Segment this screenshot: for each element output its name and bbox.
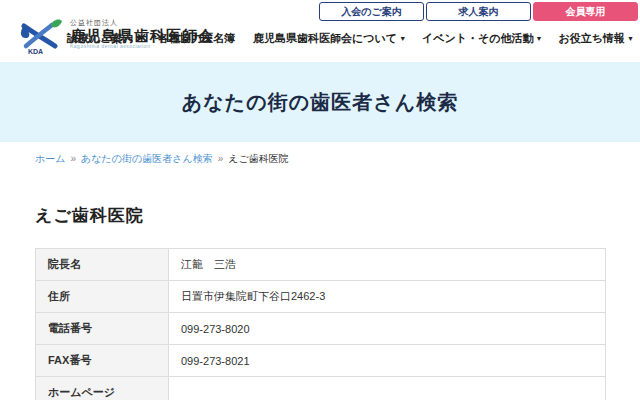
table-row-director: 院長名 江籠 三浩 bbox=[36, 249, 606, 281]
job-info-button[interactable]: 求人案内 bbox=[426, 2, 531, 21]
nav-item-cooperating-doctors[interactable]: 各種協力医名簿 bbox=[158, 31, 237, 46]
fax-value: 099-273-8021 bbox=[169, 345, 606, 377]
breadcrumb-separator: » bbox=[70, 153, 76, 164]
address-value: 日置市伊集院町下谷口2462-3 bbox=[169, 281, 606, 313]
chevron-down-icon: ▼ bbox=[536, 35, 543, 42]
site-header: KDA 公益社団法人 鹿児島県歯科医師会 Kagoshima dental as… bbox=[0, 0, 640, 62]
phone-value: 099-273-8020 bbox=[169, 313, 606, 345]
nav-item-about-association[interactable]: 鹿児島県歯科医師会について▼ bbox=[253, 31, 406, 46]
page-title: えご歯科医院 bbox=[35, 204, 640, 227]
clinic-info-table: 院長名 江籠 三浩 住所 日置市伊集院町下谷口2462-3 電話番号 099-2… bbox=[35, 248, 606, 400]
chevron-down-icon: ▼ bbox=[627, 35, 634, 42]
table-row-homepage: ホームページ bbox=[36, 377, 606, 400]
members-only-button[interactable]: 会員専用 bbox=[533, 2, 638, 21]
nav-item-useful-info[interactable]: お役立ち情報▼ bbox=[559, 31, 634, 46]
row-label: 院長名 bbox=[36, 249, 169, 281]
hero-title: あなたの街の歯医者さん検索 bbox=[182, 89, 458, 116]
director-name-value: 江籠 三浩 bbox=[169, 249, 606, 281]
nav-item-events[interactable]: イベント・その他活動▼ bbox=[422, 31, 542, 46]
row-label: 電話番号 bbox=[36, 313, 169, 345]
breadcrumb-current: えご歯科医院 bbox=[228, 153, 288, 164]
homepage-value bbox=[169, 377, 606, 400]
breadcrumb-separator: » bbox=[218, 153, 224, 164]
hero-banner: あなたの街の歯医者さん検索 bbox=[0, 62, 640, 142]
table-row-address: 住所 日置市伊集院町下谷口2462-3 bbox=[36, 281, 606, 313]
header-top-buttons: 入会のご案内 求人案内 会員専用 bbox=[319, 2, 638, 21]
row-label: FAX番号 bbox=[36, 345, 169, 377]
chevron-down-icon: ▼ bbox=[135, 35, 142, 42]
table-row-fax: FAX番号 099-273-8021 bbox=[36, 345, 606, 377]
breadcrumb: ホーム»あなたの街の歯医者さん検索»えご歯科医院 bbox=[35, 152, 640, 166]
breadcrumb-search-link[interactable]: あなたの街の歯医者さん検索 bbox=[81, 153, 213, 164]
org-type: 公益社団法人 bbox=[70, 19, 214, 27]
main-nav: 診療のご案内▼ 各種協力医名簿 鹿児島県歯科医師会について▼ イベント・その他活… bbox=[67, 31, 634, 46]
chevron-down-icon: ▼ bbox=[399, 35, 406, 42]
nav-item-medical-guide[interactable]: 診療のご案内▼ bbox=[67, 31, 142, 46]
kda-logo-icon: KDA bbox=[18, 17, 64, 55]
table-row-phone: 電話番号 099-273-8020 bbox=[36, 313, 606, 345]
row-label: 住所 bbox=[36, 281, 169, 313]
breadcrumb-home-link[interactable]: ホーム bbox=[35, 153, 65, 164]
join-guide-button[interactable]: 入会のご案内 bbox=[319, 2, 424, 21]
row-label: ホームページ bbox=[36, 377, 169, 400]
kda-logo-text: KDA bbox=[28, 48, 43, 55]
